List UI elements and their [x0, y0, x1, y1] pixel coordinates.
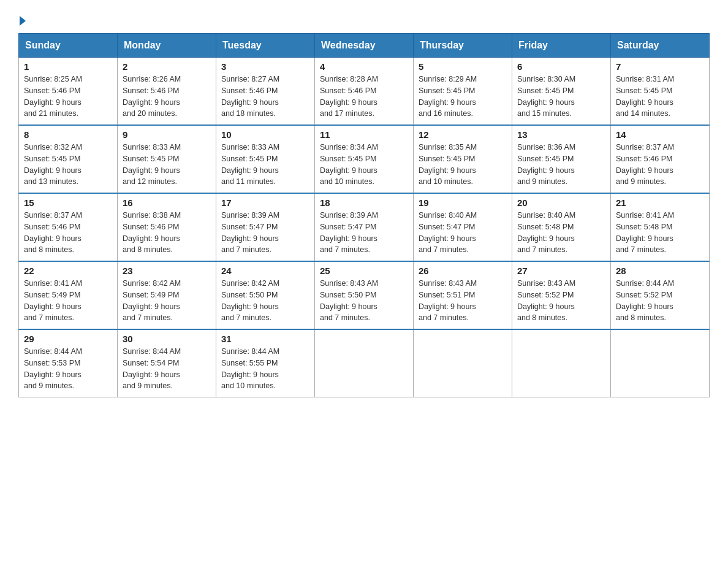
page-header	[18, 12, 710, 22]
day-number: 6	[517, 61, 605, 72]
day-number: 3	[221, 61, 309, 72]
day-info: Sunrise: 8:37 AMSunset: 5:46 PMDaylight:…	[616, 142, 704, 188]
day-info: Sunrise: 8:37 AMSunset: 5:46 PMDaylight:…	[24, 210, 112, 256]
day-info: Sunrise: 8:34 AMSunset: 5:45 PMDaylight:…	[320, 142, 408, 188]
day-number: 28	[616, 266, 704, 276]
calendar-day-cell: 30Sunrise: 8:44 AMSunset: 5:54 PMDayligh…	[118, 329, 216, 397]
calendar-week-row: 29Sunrise: 8:44 AMSunset: 5:53 PMDayligh…	[19, 329, 710, 397]
day-info: Sunrise: 8:44 AMSunset: 5:54 PMDaylight:…	[123, 346, 211, 392]
day-number: 8	[24, 129, 112, 140]
day-number: 20	[517, 197, 605, 208]
calendar-header-tuesday: Tuesday	[216, 34, 315, 58]
day-number: 22	[24, 266, 112, 276]
day-info: Sunrise: 8:43 AMSunset: 5:52 PMDaylight:…	[517, 278, 605, 324]
logo-arrow-icon	[20, 16, 26, 26]
calendar-week-row: 15Sunrise: 8:37 AMSunset: 5:46 PMDayligh…	[19, 193, 710, 261]
day-info: Sunrise: 8:44 AMSunset: 5:53 PMDaylight:…	[24, 346, 112, 392]
day-number: 23	[123, 266, 211, 276]
calendar-day-cell: 28Sunrise: 8:44 AMSunset: 5:52 PMDayligh…	[611, 261, 710, 329]
calendar-day-cell: 19Sunrise: 8:40 AMSunset: 5:47 PMDayligh…	[414, 193, 512, 261]
day-number: 5	[419, 61, 507, 72]
day-number: 29	[24, 334, 112, 344]
day-info: Sunrise: 8:42 AMSunset: 5:49 PMDaylight:…	[123, 278, 211, 324]
calendar-day-cell: 12Sunrise: 8:35 AMSunset: 5:45 PMDayligh…	[414, 125, 512, 193]
day-number: 27	[517, 266, 605, 276]
calendar-week-row: 1Sunrise: 8:25 AMSunset: 5:46 PMDaylight…	[19, 58, 710, 126]
day-info: Sunrise: 8:35 AMSunset: 5:45 PMDaylight:…	[419, 142, 507, 188]
calendar-header-friday: Friday	[512, 34, 611, 58]
calendar-day-cell: 29Sunrise: 8:44 AMSunset: 5:53 PMDayligh…	[19, 329, 118, 397]
day-info: Sunrise: 8:41 AMSunset: 5:49 PMDaylight:…	[24, 278, 112, 324]
day-info: Sunrise: 8:33 AMSunset: 5:45 PMDaylight:…	[221, 142, 309, 188]
day-number: 14	[616, 129, 704, 140]
day-number: 16	[123, 197, 211, 208]
calendar-header-wednesday: Wednesday	[315, 34, 414, 58]
day-number: 21	[616, 197, 704, 208]
calendar-day-cell: 15Sunrise: 8:37 AMSunset: 5:46 PMDayligh…	[19, 193, 118, 261]
calendar-header-thursday: Thursday	[414, 34, 512, 58]
calendar-day-cell: 26Sunrise: 8:43 AMSunset: 5:51 PMDayligh…	[414, 261, 512, 329]
day-number: 7	[616, 61, 704, 72]
day-number: 1	[24, 61, 112, 72]
calendar-day-cell: 17Sunrise: 8:39 AMSunset: 5:47 PMDayligh…	[216, 193, 315, 261]
calendar-week-row: 8Sunrise: 8:32 AMSunset: 5:45 PMDaylight…	[19, 125, 710, 193]
day-info: Sunrise: 8:43 AMSunset: 5:51 PMDaylight:…	[419, 278, 507, 324]
day-number: 11	[320, 129, 408, 140]
calendar-day-cell: 1Sunrise: 8:25 AMSunset: 5:46 PMDaylight…	[19, 58, 118, 126]
day-number: 19	[419, 197, 507, 208]
day-number: 24	[221, 266, 309, 276]
day-info: Sunrise: 8:43 AMSunset: 5:50 PMDaylight:…	[320, 278, 408, 324]
calendar-day-cell	[315, 329, 414, 397]
day-info: Sunrise: 8:40 AMSunset: 5:48 PMDaylight:…	[517, 210, 605, 256]
day-number: 30	[123, 334, 211, 344]
calendar-day-cell	[611, 329, 710, 397]
day-info: Sunrise: 8:30 AMSunset: 5:45 PMDaylight:…	[517, 74, 605, 120]
day-info: Sunrise: 8:25 AMSunset: 5:46 PMDaylight:…	[24, 74, 112, 120]
day-info: Sunrise: 8:33 AMSunset: 5:45 PMDaylight:…	[123, 142, 211, 188]
calendar-day-cell: 18Sunrise: 8:39 AMSunset: 5:47 PMDayligh…	[315, 193, 414, 261]
day-number: 12	[419, 129, 507, 140]
day-number: 25	[320, 266, 408, 276]
day-info: Sunrise: 8:42 AMSunset: 5:50 PMDaylight:…	[221, 278, 309, 324]
day-number: 9	[123, 129, 211, 140]
calendar-day-cell: 4Sunrise: 8:28 AMSunset: 5:46 PMDaylight…	[315, 58, 414, 126]
day-info: Sunrise: 8:28 AMSunset: 5:46 PMDaylight:…	[320, 74, 408, 120]
calendar-day-cell: 7Sunrise: 8:31 AMSunset: 5:45 PMDaylight…	[611, 58, 710, 126]
calendar-day-cell	[512, 329, 611, 397]
day-info: Sunrise: 8:39 AMSunset: 5:47 PMDaylight:…	[221, 210, 309, 256]
day-number: 4	[320, 61, 408, 72]
calendar-day-cell: 8Sunrise: 8:32 AMSunset: 5:45 PMDaylight…	[19, 125, 118, 193]
calendar-header-monday: Monday	[118, 34, 216, 58]
calendar-day-cell: 25Sunrise: 8:43 AMSunset: 5:50 PMDayligh…	[315, 261, 414, 329]
calendar-day-cell: 11Sunrise: 8:34 AMSunset: 5:45 PMDayligh…	[315, 125, 414, 193]
day-number: 26	[419, 266, 507, 276]
day-info: Sunrise: 8:29 AMSunset: 5:45 PMDaylight:…	[419, 74, 507, 120]
day-number: 31	[221, 334, 309, 344]
day-info: Sunrise: 8:36 AMSunset: 5:45 PMDaylight:…	[517, 142, 605, 188]
day-info: Sunrise: 8:38 AMSunset: 5:46 PMDaylight:…	[123, 210, 211, 256]
calendar-day-cell: 31Sunrise: 8:44 AMSunset: 5:55 PMDayligh…	[216, 329, 315, 397]
calendar-day-cell: 10Sunrise: 8:33 AMSunset: 5:45 PMDayligh…	[216, 125, 315, 193]
calendar-day-cell: 24Sunrise: 8:42 AMSunset: 5:50 PMDayligh…	[216, 261, 315, 329]
day-number: 17	[221, 197, 309, 208]
calendar-day-cell: 13Sunrise: 8:36 AMSunset: 5:45 PMDayligh…	[512, 125, 611, 193]
calendar-day-cell: 16Sunrise: 8:38 AMSunset: 5:46 PMDayligh…	[118, 193, 216, 261]
calendar-day-cell: 20Sunrise: 8:40 AMSunset: 5:48 PMDayligh…	[512, 193, 611, 261]
calendar-week-row: 22Sunrise: 8:41 AMSunset: 5:49 PMDayligh…	[19, 261, 710, 329]
day-info: Sunrise: 8:26 AMSunset: 5:46 PMDaylight:…	[123, 74, 211, 120]
day-info: Sunrise: 8:31 AMSunset: 5:45 PMDaylight:…	[616, 74, 704, 120]
calendar-day-cell: 14Sunrise: 8:37 AMSunset: 5:46 PMDayligh…	[611, 125, 710, 193]
calendar-day-cell: 9Sunrise: 8:33 AMSunset: 5:45 PMDaylight…	[118, 125, 216, 193]
logo	[18, 16, 27, 22]
day-info: Sunrise: 8:32 AMSunset: 5:45 PMDaylight:…	[24, 142, 112, 188]
day-info: Sunrise: 8:41 AMSunset: 5:48 PMDaylight:…	[616, 210, 704, 256]
day-info: Sunrise: 8:40 AMSunset: 5:47 PMDaylight:…	[419, 210, 507, 256]
day-number: 15	[24, 197, 112, 208]
calendar-day-cell: 21Sunrise: 8:41 AMSunset: 5:48 PMDayligh…	[611, 193, 710, 261]
calendar-day-cell: 22Sunrise: 8:41 AMSunset: 5:49 PMDayligh…	[19, 261, 118, 329]
calendar-day-cell: 2Sunrise: 8:26 AMSunset: 5:46 PMDaylight…	[118, 58, 216, 126]
day-info: Sunrise: 8:44 AMSunset: 5:52 PMDaylight:…	[616, 278, 704, 324]
calendar-day-cell: 27Sunrise: 8:43 AMSunset: 5:52 PMDayligh…	[512, 261, 611, 329]
day-number: 18	[320, 197, 408, 208]
calendar-day-cell: 23Sunrise: 8:42 AMSunset: 5:49 PMDayligh…	[118, 261, 216, 329]
